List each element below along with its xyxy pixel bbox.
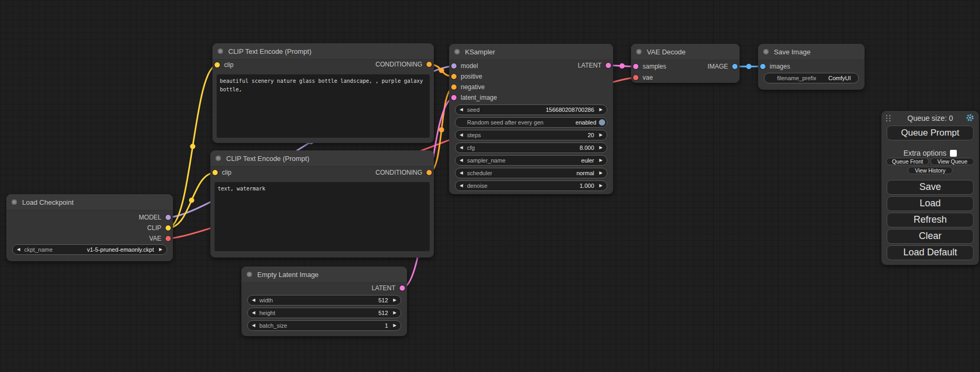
comfyui-canvas[interactable]: Load CheckpointMODELCLIPVAE◀▶ckpt_namev1… bbox=[0, 0, 980, 372]
input-dot-model[interactable] bbox=[451, 63, 457, 69]
input-port-clip[interactable]: clip bbox=[212, 168, 231, 177]
widget-scheduler[interactable]: ◀▶schedulernormal bbox=[455, 168, 607, 178]
decrement-arrow-icon[interactable]: ◀ bbox=[460, 130, 463, 140]
input-port-positive[interactable]: positive bbox=[451, 72, 482, 81]
decrement-arrow-icon[interactable]: ◀ bbox=[460, 156, 463, 165]
node-header-vae-decode[interactable]: VAE Decode bbox=[631, 44, 740, 60]
widget-denoise[interactable]: ◀▶denoise1.000 bbox=[455, 180, 607, 191]
widget-steps[interactable]: ◀▶steps20 bbox=[455, 130, 607, 140]
input-port-negative[interactable]: negative bbox=[451, 83, 484, 91]
queue-prompt-button[interactable]: Queue Prompt bbox=[887, 126, 974, 140]
output-port-VAE[interactable]: VAE bbox=[149, 234, 171, 243]
input-port-vae[interactable]: vae bbox=[633, 73, 653, 82]
extra-options-checkbox[interactable] bbox=[950, 150, 957, 157]
input-dot-samples[interactable] bbox=[633, 64, 638, 69]
collapse-dot-icon[interactable] bbox=[454, 49, 460, 54]
input-port-latent_image[interactable]: latent_image bbox=[451, 93, 497, 102]
node-vae-decode[interactable]: VAE DecodesamplesvaeIMAGE bbox=[631, 44, 740, 83]
load-button[interactable]: Load bbox=[887, 196, 974, 211]
widget-sampler_name[interactable]: ◀▶sampler_nameeuler bbox=[455, 155, 607, 166]
increment-arrow-icon[interactable]: ▶ bbox=[159, 245, 162, 254]
increment-arrow-icon[interactable]: ▶ bbox=[599, 181, 603, 190]
view-history-button[interactable]: View History bbox=[908, 167, 953, 174]
input-port-samples[interactable]: samples bbox=[633, 62, 666, 71]
input-dot-clip[interactable] bbox=[215, 62, 220, 68]
output-dot-CONDITIONING[interactable] bbox=[426, 170, 432, 175]
input-dot-clip[interactable] bbox=[212, 170, 218, 175]
save-button[interactable]: Save bbox=[887, 180, 974, 195]
input-port-images[interactable]: images bbox=[760, 62, 790, 71]
output-port-LATENT[interactable]: LATENT bbox=[578, 61, 611, 70]
input-dot-vae[interactable] bbox=[633, 75, 638, 80]
decrement-arrow-icon[interactable]: ◀ bbox=[252, 321, 255, 330]
output-dot-VAE[interactable] bbox=[166, 236, 171, 241]
node-header-clip-text-encode-negative[interactable]: CLIP Text Encode (Prompt) bbox=[210, 150, 434, 167]
output-port-IMAGE[interactable]: IMAGE bbox=[707, 62, 738, 71]
increment-arrow-icon[interactable]: ▶ bbox=[393, 321, 396, 330]
collapse-dot-icon[interactable] bbox=[12, 199, 17, 205]
node-empty-latent-image[interactable]: Empty Latent ImageLATENT◀▶width512◀▶heig… bbox=[241, 266, 407, 336]
decrement-arrow-icon[interactable]: ◀ bbox=[252, 308, 255, 318]
node-header-clip-text-encode-positive[interactable]: CLIP Text Encode (Prompt) bbox=[212, 43, 434, 60]
output-port-CONDITIONING[interactable]: CONDITIONING bbox=[375, 168, 432, 177]
decrement-arrow-icon[interactable]: ◀ bbox=[460, 181, 463, 190]
node-ksampler[interactable]: KSamplermodelpositivenegativelatent_imag… bbox=[449, 44, 613, 194]
widget-height[interactable]: ◀▶height512 bbox=[247, 308, 401, 318]
widget-cfg[interactable]: ◀▶cfg8.000 bbox=[455, 142, 607, 153]
node-clip-text-encode-positive[interactable]: CLIP Text Encode (Prompt)clipCONDITIONIN… bbox=[212, 43, 434, 143]
load-default-button[interactable]: Load Default bbox=[887, 245, 974, 260]
output-dot-IMAGE[interactable] bbox=[732, 64, 738, 69]
output-port-CLIP[interactable]: CLIP bbox=[147, 224, 171, 232]
prompt-textarea[interactable]: beautiful scenery nature glass bottle la… bbox=[217, 74, 430, 138]
widget-width[interactable]: ◀▶width512 bbox=[247, 295, 401, 306]
output-port-MODEL[interactable]: MODEL bbox=[139, 213, 171, 222]
increment-arrow-icon[interactable]: ▶ bbox=[599, 130, 603, 140]
increment-arrow-icon[interactable]: ▶ bbox=[599, 105, 603, 115]
decrement-arrow-icon[interactable]: ◀ bbox=[460, 105, 463, 115]
input-dot-latent_image[interactable] bbox=[451, 95, 457, 100]
refresh-button[interactable]: Refresh bbox=[887, 213, 974, 227]
output-dot-LATENT[interactable] bbox=[400, 285, 405, 291]
increment-arrow-icon[interactable]: ▶ bbox=[393, 295, 396, 305]
collapse-dot-icon[interactable] bbox=[763, 49, 769, 54]
output-port-LATENT[interactable]: LATENT bbox=[372, 284, 405, 292]
node-load-checkpoint[interactable]: Load CheckpointMODELCLIPVAE◀▶ckpt_namev1… bbox=[6, 194, 173, 261]
input-dot-positive[interactable] bbox=[451, 74, 457, 79]
widget-seed[interactable]: ◀▶seed156680208700286 bbox=[455, 104, 607, 115]
node-save-image[interactable]: Save Imageimagesfilename_prefixComfyUI bbox=[758, 44, 865, 90]
toggle-indicator-icon[interactable] bbox=[599, 119, 605, 126]
input-dot-images[interactable] bbox=[760, 64, 765, 69]
node-header-save-image[interactable]: Save Image bbox=[758, 44, 865, 60]
node-header-empty-latent-image[interactable]: Empty Latent Image bbox=[241, 266, 407, 283]
widget-ckpt_name[interactable]: ◀▶ckpt_namev1-5-pruned-emaonly.ckpt bbox=[12, 244, 167, 255]
widget-filename_prefix[interactable]: filename_prefixComfyUI bbox=[764, 73, 859, 83]
collapse-dot-icon[interactable] bbox=[218, 49, 223, 54]
output-dot-LATENT[interactable] bbox=[606, 63, 611, 68]
node-header-load-checkpoint[interactable]: Load Checkpoint bbox=[6, 194, 173, 211]
collapse-dot-icon[interactable] bbox=[247, 272, 252, 277]
increment-arrow-icon[interactable]: ▶ bbox=[599, 156, 603, 165]
widget-Random seed after every gen[interactable]: Random seed after every genenabled bbox=[455, 117, 607, 128]
input-dot-negative[interactable] bbox=[451, 84, 457, 90]
output-port-CONDITIONING[interactable]: CONDITIONING bbox=[375, 60, 432, 69]
prompt-textarea[interactable]: text, watermark bbox=[215, 182, 430, 251]
node-clip-text-encode-negative[interactable]: CLIP Text Encode (Prompt)clipCONDITIONIN… bbox=[210, 150, 434, 257]
settings-gear-icon[interactable] bbox=[966, 113, 974, 122]
output-dot-MODEL[interactable] bbox=[166, 215, 171, 220]
decrement-arrow-icon[interactable]: ◀ bbox=[17, 245, 20, 254]
input-port-model[interactable]: model bbox=[451, 62, 478, 70]
queue-front-button[interactable]: Queue Front bbox=[886, 158, 929, 165]
input-port-clip[interactable]: clip bbox=[215, 61, 234, 69]
clear-button[interactable]: Clear bbox=[887, 229, 974, 244]
view-queue-button[interactable]: View Queue bbox=[930, 158, 974, 165]
widget-batch_size[interactable]: ◀▶batch_size1 bbox=[247, 320, 401, 331]
collapse-dot-icon[interactable] bbox=[636, 49, 642, 54]
output-dot-CLIP[interactable] bbox=[166, 225, 171, 231]
increment-arrow-icon[interactable]: ▶ bbox=[393, 308, 396, 318]
decrement-arrow-icon[interactable]: ◀ bbox=[460, 168, 463, 178]
node-header-ksampler[interactable]: KSampler bbox=[449, 44, 613, 60]
increment-arrow-icon[interactable]: ▶ bbox=[599, 143, 603, 152]
collapse-dot-icon[interactable] bbox=[216, 156, 221, 161]
output-dot-CONDITIONING[interactable] bbox=[426, 62, 432, 67]
decrement-arrow-icon[interactable]: ◀ bbox=[460, 143, 463, 152]
